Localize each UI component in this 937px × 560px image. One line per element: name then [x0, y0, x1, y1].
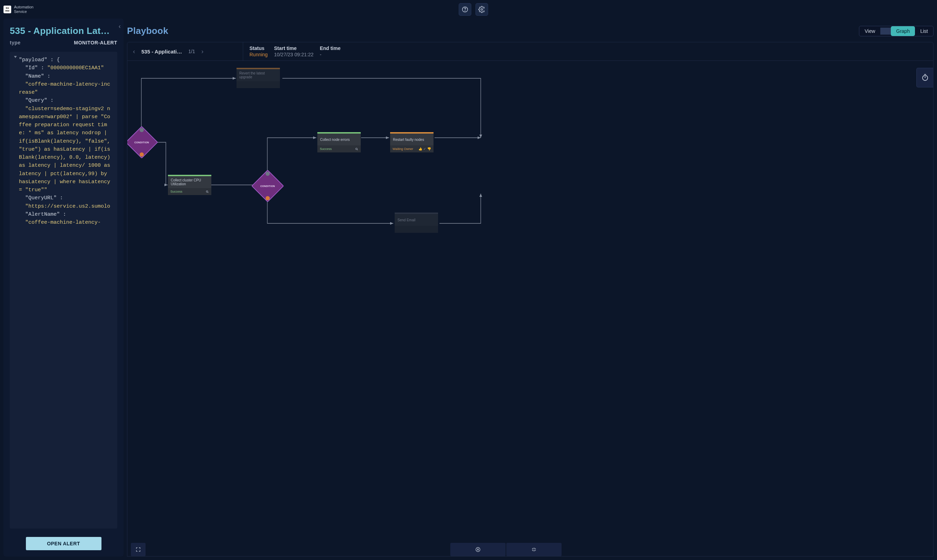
node-collect-errors[interactable]: Collect node errors Success [317, 132, 361, 152]
app-topbar: su mo Automation Service [0, 0, 492, 18]
end-value: - [320, 51, 340, 58]
node-restart-label: Restart faulty nodes [393, 138, 424, 142]
gear-icon [478, 6, 485, 13]
type-value: MONITOR-ALERT [74, 40, 117, 45]
next-playbook-button[interactable]: › [202, 48, 204, 55]
collapse-sidebar-button[interactable]: ‹ [119, 23, 121, 30]
brand-title: Automation [14, 5, 34, 9]
node-condition-2[interactable]: CONDITION [256, 174, 279, 197]
end-label: End time [320, 45, 340, 51]
node-revert-upgrade[interactable]: Revert the latest upgrade [236, 68, 280, 88]
main-area: Playbook View Graph List ‹ 535 - Applica… [127, 18, 492, 294]
condition-label-2: CONDITION [256, 174, 279, 197]
brand: su mo Automation Service [3, 5, 34, 13]
node-cpu-status: Success [170, 190, 182, 193]
payload-json-view[interactable]: "payload" : { "Id" : "0000000000EC1AA1" … [10, 52, 117, 294]
code-l8: "https://service.us2.sumolo [25, 203, 110, 209]
code-l1: "payload" : { [19, 57, 60, 63]
playbook-title: Playbook [127, 26, 168, 36]
incident-title: 535 - Application Late… [10, 26, 111, 36]
logo-bot: mo [5, 9, 9, 12]
code-l2b: "0000000000EC1AA1" [47, 65, 104, 71]
start-value: 10/27/23 09:21:22 [274, 51, 313, 58]
settings-button[interactable] [475, 3, 488, 16]
brand-text: Automation Service [14, 5, 34, 13]
code-l3: "Name" : [25, 74, 50, 79]
status-label: Status [250, 45, 268, 51]
check-icon[interactable]: ✓ [423, 147, 426, 151]
node-restart-status: Waiting Owner [392, 147, 413, 151]
code-l4: "coffee-machine-latency-increase" [19, 82, 110, 95]
prev-playbook-button[interactable]: ‹ [133, 48, 135, 55]
node-email-label: Send Email [397, 218, 415, 222]
playbook-tab-count: 1/1 [188, 49, 195, 54]
search-icon[interactable] [206, 190, 209, 193]
svg-line-6 [357, 149, 358, 150]
start-label: Start time [274, 45, 313, 51]
code-l2a: "Id" : [25, 65, 47, 71]
node-errors-status: Success [320, 147, 332, 151]
svg-point-1 [465, 11, 465, 11]
node-condition-1[interactable]: CONDITION [130, 131, 153, 154]
graph-canvas[interactable]: CONDITION CONDITION Revert the latest up… [127, 61, 492, 294]
type-label: type [10, 40, 21, 45]
side-panel: ‹ 535 - Application Late… type MONITOR-A… [3, 18, 123, 294]
svg-point-2 [481, 8, 483, 10]
code-l7: "QueryURL" : [25, 195, 63, 201]
help-button[interactable] [459, 3, 471, 16]
playbook-subheader: ‹ 535 - Applicati… 1/1 › Status Running … [127, 42, 492, 61]
code-l6: "cluster=sedemo-stagingv2 namespace=warp… [19, 106, 113, 193]
help-icon [462, 6, 468, 13]
start-block: Start time 10/27/23 09:21:22 [274, 45, 313, 58]
condition-label: CONDITION [130, 131, 153, 154]
approve-icon[interactable]: 👍 [418, 147, 422, 151]
svg-line-4 [207, 192, 208, 192]
code-l9: "AlertName" : [25, 211, 66, 217]
node-revert-label: Revert the latest upgrade [239, 71, 277, 79]
code-l5: "Query" : [25, 97, 54, 103]
search-icon[interactable] [355, 148, 358, 151]
end-block: End time - [320, 45, 340, 58]
node-cpu-label: Collect cluster CPU Utilization [171, 178, 208, 186]
playbook-tab-name: 535 - Applicati… [141, 49, 182, 55]
status-value: Running [250, 51, 268, 58]
logo-icon: su mo [3, 6, 11, 13]
code-l10: "coffee-machine-latency- [25, 220, 101, 225]
node-send-email[interactable]: Send Email [395, 212, 438, 233]
node-restart-nodes[interactable]: Restart faulty nodes Waiting Owner 👍 ✓ 👎 [390, 132, 434, 152]
status-block: Status Running [250, 45, 268, 58]
node-collect-cpu[interactable]: Collect cluster CPU Utilization Success [168, 175, 211, 195]
reject-icon[interactable]: 👎 [427, 147, 431, 151]
node-errors-label: Collect node errors [320, 138, 350, 142]
brand-subtitle: Service [14, 9, 34, 14]
